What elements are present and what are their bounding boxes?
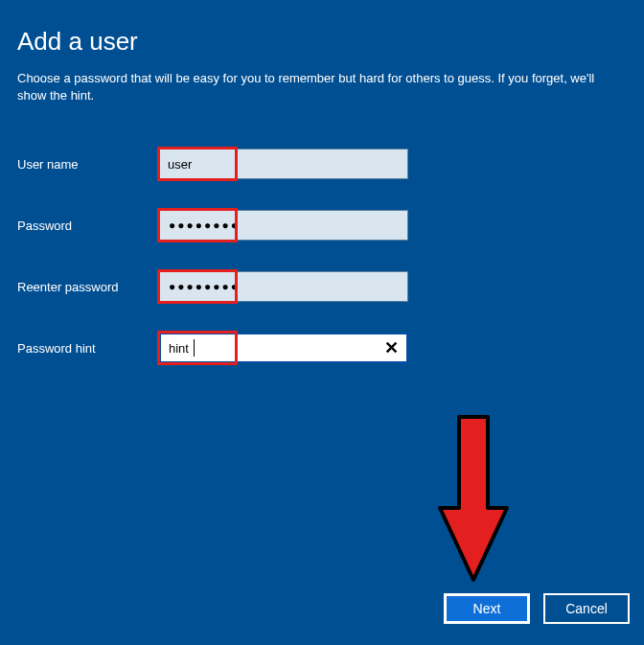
row-username: User name xyxy=(17,149,627,179)
password-input[interactable] xyxy=(159,210,408,241)
button-bar: Next Cancel xyxy=(444,593,630,624)
row-reenter-password: Reenter password ●●●●●●●● xyxy=(17,271,627,302)
row-password: Password ●●●●●●●● xyxy=(17,210,627,241)
cancel-button[interactable]: Cancel xyxy=(543,593,630,624)
password-label: Password xyxy=(17,219,159,233)
text-caret xyxy=(194,339,195,357)
page-title: Add a user xyxy=(17,27,627,57)
next-button[interactable]: Next xyxy=(444,593,530,624)
password-hint-input[interactable] xyxy=(159,333,408,363)
username-input[interactable] xyxy=(159,149,408,179)
password-hint-label: Password hint xyxy=(17,341,159,356)
clear-icon[interactable]: ✕ xyxy=(380,337,402,358)
reenter-password-label: Reenter password xyxy=(17,280,159,294)
row-password-hint: Password hint ✕ xyxy=(17,333,627,363)
reenter-password-input[interactable] xyxy=(159,271,408,302)
arrow-annotation xyxy=(435,412,512,594)
page-subtitle: Choose a password that will be easy for … xyxy=(17,70,621,104)
username-label: User name xyxy=(17,157,159,172)
